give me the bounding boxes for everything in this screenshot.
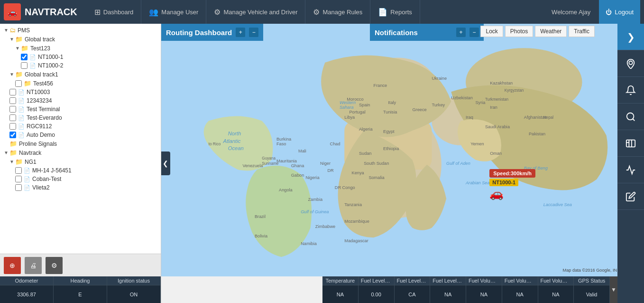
sidebar-item-test123[interactable]: ▼ 📁 Test123 (0, 44, 161, 53)
ss-heading-value: E (54, 285, 107, 303)
nt10003-checkbox[interactable] (9, 89, 16, 95)
sidebar-item-test-everardo[interactable]: 📄 Test-Everardo (0, 114, 161, 122)
svg-text:Morocco: Morocco (347, 97, 363, 102)
sidebar-item-nt1000-2[interactable]: 📄 NT1000-2 (0, 61, 161, 70)
sidebar-btn-red[interactable]: ⊕ (4, 257, 21, 274)
nt1000-2-checkbox[interactable] (21, 62, 28, 69)
svg-point-73 (627, 113, 634, 120)
logout-label: Logout (615, 9, 634, 16)
collapse-arrow[interactable]: ❮ (161, 152, 170, 175)
rc-location-button[interactable] (617, 50, 644, 77)
svg-text:Brazil: Brazil (255, 214, 266, 219)
global-track1-folder-icon: 📁 (15, 71, 23, 78)
dashboard-icon: ⊞ (94, 8, 101, 17)
map-top-controls: Lock Photos Weather Traffic (478, 24, 597, 39)
vehicle-marker: Speed:300km/h NT1000-1 🚗 (489, 169, 535, 200)
12343234-checkbox[interactable] (9, 97, 16, 104)
test456-folder-icon: 📁 (24, 80, 31, 87)
traffic-button[interactable]: Traffic (569, 26, 595, 37)
rgc9112-label: RGC9112 (27, 123, 52, 130)
svg-text:Saudi Arabia: Saudi Arabia (485, 124, 510, 129)
routing-dashboard-panel: Routing Dashboard + − (161, 24, 263, 41)
bs-temperature: Temperature NA (322, 276, 359, 303)
nav-reports[interactable]: 📄 Reports (370, 0, 420, 24)
test-everardo-checkbox[interactable] (9, 114, 16, 121)
routing-dashboard-minus[interactable]: − (249, 28, 258, 37)
test456-label: Test456 (33, 80, 53, 87)
nt1000-1-checkbox[interactable] (21, 54, 28, 60)
sidebar-item-nt10003[interactable]: 📄 NT10003 (0, 88, 161, 96)
nav-right: Welcome Ajay ⏻ Logout (552, 0, 640, 24)
bs-fuelv2: Fuel Volume 2 (Lt NA (502, 276, 538, 303)
bs-fuel3-value: NA (430, 285, 466, 303)
sidebar-item-vlieta2[interactable]: 📄 Vlieta2 (0, 183, 161, 192)
logo-icon: 🚗 (4, 3, 21, 20)
rc-edit-button[interactable] (617, 183, 644, 210)
nav-manage-vehicle-label: Manage Vehicle and Driver (223, 9, 297, 16)
nav-manage-user[interactable]: 👥 Manage User (141, 0, 206, 24)
sidebar-item-pms[interactable]: ▼ 🗂 PMS (0, 26, 161, 35)
svg-text:Ghana: Ghana (291, 163, 304, 168)
nav-manage-rules[interactable]: ⚙ Manage Rules (305, 0, 370, 24)
app-title: NAVTRACK (25, 7, 77, 18)
svg-text:Iran: Iran (490, 105, 497, 110)
sidebar-item-ng1[interactable]: ▼ 📁 NG1 (0, 157, 161, 166)
sidebar-tree: ▼ 🗂 PMS ▼ 📁 Global track ▼ 📁 Test123 📄 N… (0, 24, 161, 254)
ng1-label: NG1 (25, 159, 37, 165)
bs-scroll-btn[interactable]: ▼ (610, 276, 617, 303)
weather-button[interactable]: Weather (535, 26, 567, 37)
mh14-checkbox[interactable] (15, 167, 22, 174)
svg-text:Tanzania: Tanzania (344, 202, 362, 207)
vlieta2-checkbox[interactable] (15, 184, 22, 191)
nt10003-file-icon: 📄 (18, 89, 25, 95)
sidebar-btn-print[interactable]: 🖨 (25, 257, 42, 274)
rc-chart-button[interactable] (617, 157, 644, 183)
mh14-file-icon: 📄 (24, 168, 30, 174)
sidebar-item-mh14[interactable]: 📄 MH-14 J-56451 (0, 166, 161, 175)
svg-line-74 (633, 119, 635, 121)
proline-folder-icon: 📁 (9, 140, 17, 147)
sidebar-item-global-track[interactable]: ▼ 📁 Global track (0, 35, 161, 44)
notifications-plus[interactable]: + (456, 28, 466, 37)
rc-bell-button[interactable] (617, 77, 644, 104)
sidebar-item-global-track1[interactable]: ▼ 📁 Global track1 (0, 70, 161, 79)
sidebar-item-navtrack[interactable]: ▼ 📁 Navtrack (0, 148, 161, 157)
rgc9112-checkbox[interactable] (9, 123, 16, 130)
sidebar-item-auto-demo[interactable]: 📄 Auto Demo (0, 131, 161, 139)
svg-text:Nepal: Nepal (543, 115, 554, 120)
sidebar-item-test456[interactable]: 📁 Test456 (0, 79, 161, 88)
rc-search-button[interactable] (617, 104, 644, 130)
notifications-minus[interactable]: − (469, 28, 479, 37)
auto-demo-checkbox[interactable] (9, 132, 16, 138)
photos-button[interactable]: Photos (505, 26, 533, 37)
test-terminal-label: Test Terminal (27, 106, 60, 113)
sidebar-item-proline[interactable]: 📁 Proline Signals (0, 139, 161, 148)
bs-fuel1-value: 0.00 (359, 285, 394, 303)
svg-text:Uzbekistan: Uzbekistan (451, 95, 472, 100)
svg-text:Spain: Spain (359, 103, 370, 107)
sidebar-item-rgc9112[interactable]: 📄 RGC9112 (0, 122, 161, 131)
nav-manage-user-label: Manage User (161, 9, 198, 16)
vehicle-car-icon: 🚗 (489, 187, 504, 200)
rc-ruler-button[interactable] (617, 130, 644, 157)
sidebar-item-12343234[interactable]: 📄 12343234 (0, 96, 161, 105)
nav-items: ⊞ Dashboard 👥 Manage User ⚙ Manage Vehic… (87, 0, 552, 24)
test456-checkbox[interactable] (15, 80, 22, 87)
test-terminal-checkbox[interactable] (9, 106, 16, 113)
bs-fuel3-header: Fuel Level 3 (%) (430, 276, 466, 285)
sidebar-btn-settings[interactable]: ⚙ (46, 257, 63, 274)
nav-dashboard[interactable]: ⊞ Dashboard (87, 0, 142, 24)
rc-arrow-button[interactable]: ❯ (617, 24, 644, 50)
sidebar-item-nt1000-1[interactable]: 📄 NT1000-1 (0, 53, 161, 61)
logout-button[interactable]: ⏻ Logout (599, 0, 640, 24)
manage-user-icon: 👥 (149, 8, 158, 17)
sidebar-bottom-buttons: ⊕ 🖨 ⚙ (0, 254, 161, 276)
sidebar-item-test-terminal[interactable]: 📄 Test Terminal (0, 105, 161, 114)
lock-button[interactable]: Lock (480, 26, 503, 37)
coban-checkbox[interactable] (15, 176, 22, 182)
map-container[interactable]: France Italy Greece Turkey Uzbekistan Ka… (161, 24, 644, 303)
sidebar-item-coban[interactable]: 📄 Coban-Test (0, 175, 161, 183)
nav-manage-vehicle[interactable]: ⚙ Manage Vehicle and Driver (206, 0, 305, 24)
svg-text:Faso: Faso (276, 142, 286, 146)
routing-dashboard-plus[interactable]: + (236, 28, 245, 37)
